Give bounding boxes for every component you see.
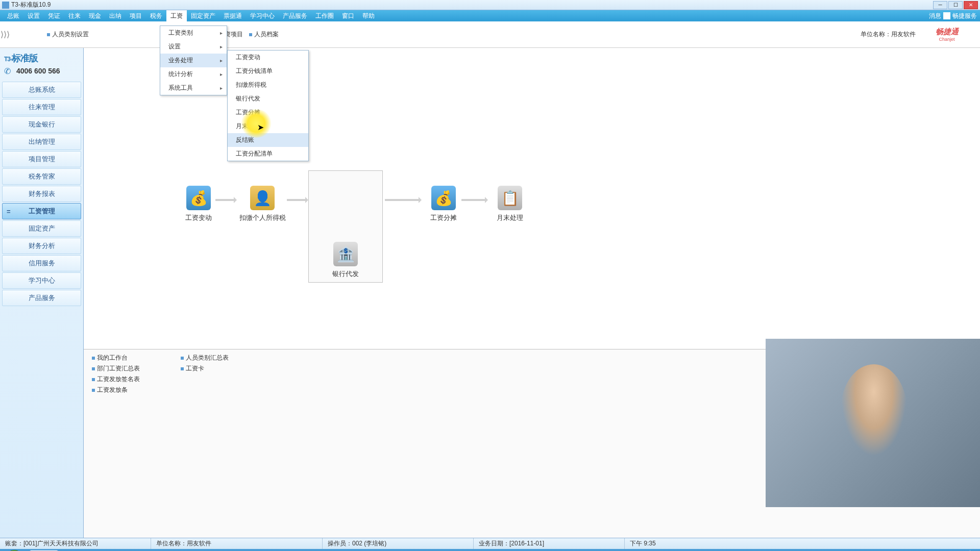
flow-arrow (385, 199, 421, 201)
menu-workspace[interactable]: 工作圈 (311, 10, 338, 22)
status-time: 下午 9:35 (625, 538, 980, 549)
service-link[interactable]: 畅捷服务 (952, 12, 977, 20)
service-icon (943, 12, 950, 19)
flow-node-month-end[interactable]: 📋 月末处理 (492, 186, 528, 222)
unit-label: 单位名称：用友软件 (861, 30, 916, 39)
messages-link[interactable]: 消息 (929, 12, 941, 20)
nav-fin-analysis[interactable]: 财务分析 (2, 238, 81, 254)
dd-salary-cash-list[interactable]: 工资分钱清单 (228, 64, 308, 78)
dd-settings[interactable]: 设置 (160, 40, 227, 54)
nav-credit[interactable]: 信用服务 (2, 255, 81, 271)
link-dept-salary-summary[interactable]: 部门工资汇总表 (92, 364, 140, 373)
dd-salary-allocate[interactable]: 工资分摊 (228, 106, 308, 119)
nav-receivable[interactable]: 往来管理 (2, 99, 81, 115)
menu-receivable[interactable]: 往来 (64, 10, 85, 22)
menu-cash[interactable]: 现金 (85, 10, 105, 22)
menu-learning[interactable]: 学习中心 (246, 10, 279, 22)
toolbar-link-person-file[interactable]: 人员档案 (249, 30, 279, 39)
secondary-toolbar: ⟩⟩⟩ 人员类别设置 人员附加信息 工资项目 人员档案 单位名称：用友软件 畅捷… (0, 21, 980, 48)
status-account: 账套：[001]广州天天科技有限公司 (0, 538, 151, 549)
flow-node-salary-change[interactable]: 💰 工资变动 (181, 186, 216, 222)
start-button[interactable]: ⊞ (0, 549, 29, 551)
dd-bank-payment[interactable]: 银行代发 (228, 92, 308, 106)
menu-bar: 总账 设置 凭证 往来 现金 出纳 项目 税务 工资 固定资产 票据通 学习中心… (0, 10, 980, 21)
nav-salary[interactable]: 工资管理 (2, 203, 81, 219)
link-my-workbench[interactable]: 我的工作台 (92, 354, 140, 362)
nav-list: 总账系统 往来管理 现金银行 出纳管理 项目管理 税务管家 财务报表 工资管理 … (0, 82, 83, 307)
menu-voucher[interactable]: 凭证 (44, 10, 64, 22)
nav-cashier[interactable]: 出纳管理 (2, 134, 81, 150)
nav-fin-report[interactable]: 财务报表 (2, 186, 81, 202)
menu-cashier[interactable]: 出纳 (105, 10, 126, 22)
close-button[interactable]: ✕ (964, 1, 978, 9)
allocate-icon: 💰 (431, 186, 456, 210)
menu-tax[interactable]: 税务 (146, 10, 166, 22)
money-icon: 💰 (186, 186, 211, 210)
status-unit: 单位名称：用友软件 (151, 538, 323, 549)
main-area: T3-标准版 ✆ 4006 600 566 总账系统 往来管理 现金银行 出纳管… (0, 48, 980, 538)
nav-fixed-assets[interactable]: 固定资产 (2, 220, 81, 237)
menu-help[interactable]: 帮助 (358, 10, 379, 22)
nav-learning[interactable]: 学习中心 (2, 272, 81, 289)
title-bar: T3-标准版10.9 ─ ☐ ✕ (0, 0, 980, 10)
webcam-overlay (766, 339, 980, 507)
menu-bar-right: 消息 畅捷服务 (929, 12, 977, 20)
minimize-button[interactable]: ─ (933, 1, 947, 9)
toolbar-link-person-category[interactable]: 人员类别设置 (47, 30, 89, 39)
dd-salary-alloc-list[interactable]: 工资分配清单 (228, 147, 308, 161)
nav-cash-bank[interactable]: 现金银行 (2, 116, 81, 133)
link-salary-card[interactable]: 工资卡 (181, 364, 229, 373)
flow-arrow (461, 199, 487, 201)
sidebar: T3-标准版 ✆ 4006 600 566 总账系统 往来管理 现金银行 出纳管… (0, 48, 84, 538)
status-bizdate: 业务日期：[2016-11-01] (474, 538, 625, 549)
dd-business-process[interactable]: 业务处理 (160, 54, 227, 67)
link-salary-slip[interactable]: 工资发放条 (92, 386, 140, 394)
dd-reverse-close[interactable]: 反结账 (228, 133, 308, 147)
app-icon (2, 2, 9, 9)
toolbar-handle[interactable]: ⟩⟩⟩ (0, 21, 10, 47)
phone-icon: ✆ (4, 66, 13, 76)
business-process-submenu: 工资变动 工资分钱清单 扣缴所得税 银行代发 工资分摊 月末处理 反结账 工资分… (227, 50, 309, 161)
brand-logo: 畅捷通 Chanjet (924, 27, 970, 43)
menu-project[interactable]: 项目 (126, 10, 146, 22)
dd-system-tools[interactable]: 系统工具 (160, 81, 227, 95)
bank-icon: 🏦 (333, 242, 358, 266)
status-bar: 账套：[001]广州天天科技有限公司 单位名称：用友软件 操作员：002 (李培… (0, 538, 980, 549)
workspace: 💰 工资变动 👤 扣缴个人所得税 🏦 银行代发 💰 工资分摊 📋 月末处理 (84, 48, 980, 538)
calendar-icon: 📋 (498, 186, 522, 210)
taskbar: ⊞ 🌐 ▣ ◆ ⚑ ◉ 📶 🔊 ⬒ 下午 9:35 2017-07-15 (0, 549, 980, 551)
nav-tax[interactable]: 税务管家 (2, 168, 81, 185)
nav-project[interactable]: 项目管理 (2, 151, 81, 167)
dd-month-end[interactable]: 月末处理 (228, 119, 308, 133)
flow-node-salary-allocate[interactable]: 💰 工资分摊 (426, 186, 461, 222)
menu-fixed-assets[interactable]: 固定资产 (187, 10, 219, 22)
menu-window[interactable]: 窗口 (338, 10, 358, 22)
flow-node-bank-pay[interactable]: 🏦 银行代发 (328, 242, 363, 279)
menu-bill[interactable]: 票据通 (219, 10, 246, 22)
nav-general-ledger[interactable]: 总账系统 (2, 82, 81, 98)
product-title: T3-标准版 (4, 51, 79, 64)
link-salary-sign-sheet[interactable]: 工资发放签名表 (92, 375, 140, 384)
salary-menu-dropdown: 工资类别 设置 业务处理 统计分析 系统工具 (160, 26, 227, 95)
menu-salary[interactable]: 工资 (166, 10, 187, 22)
menu-general-ledger[interactable]: 总账 (3, 10, 23, 22)
flow-arrow (287, 199, 307, 201)
flow-node-tax-deduct[interactable]: 👤 扣缴个人所得税 (237, 186, 288, 222)
person-icon: 👤 (250, 186, 275, 210)
dd-salary-change[interactable]: 工资变动 (228, 51, 308, 64)
dd-stat-analysis[interactable]: 统计分析 (160, 67, 227, 81)
sidebar-header: T3-标准版 ✆ 4006 600 566 (0, 48, 83, 79)
link-person-cat-summary[interactable]: 人员类别汇总表 (181, 354, 229, 362)
nav-products[interactable]: 产品服务 (2, 290, 81, 306)
maximize-button[interactable]: ☐ (948, 1, 963, 9)
status-operator: 操作员：002 (李培铭) (323, 538, 474, 549)
dd-salary-category[interactable]: 工资类别 (160, 26, 227, 40)
window-title: T3-标准版10.9 (11, 1, 933, 9)
menu-products[interactable]: 产品服务 (279, 10, 311, 22)
menu-settings[interactable]: 设置 (23, 10, 44, 22)
flow-arrow (215, 199, 236, 201)
dd-tax-withhold[interactable]: 扣缴所得税 (228, 78, 308, 92)
window-controls: ─ ☐ ✕ (933, 1, 978, 9)
support-phone: ✆ 4006 600 566 (4, 66, 79, 76)
